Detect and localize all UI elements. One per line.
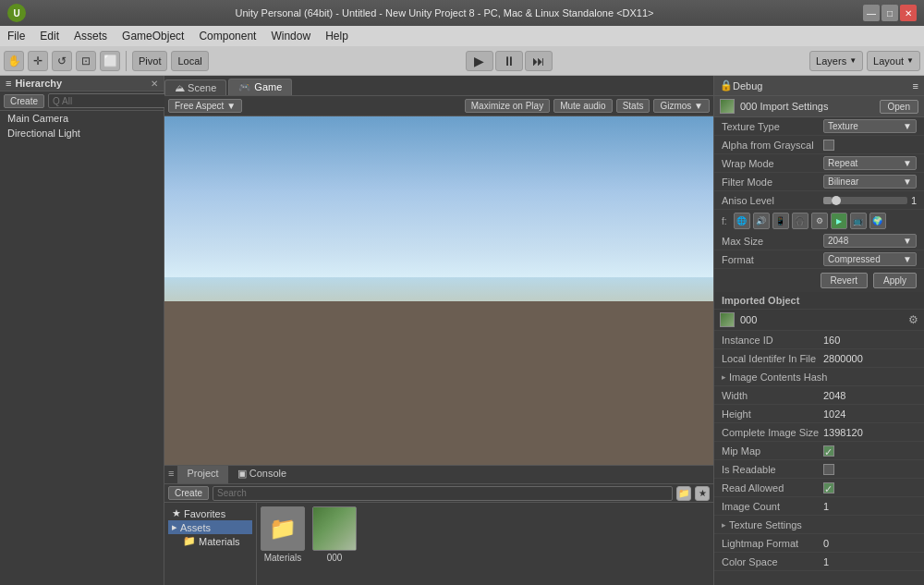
inspector-instance-id-row: Instance ID 160: [714, 331, 924, 349]
inspector-filter-mode-row: Filter Mode Bilinear ▼: [714, 173, 924, 191]
platform-mobile-icon[interactable]: 📱: [772, 213, 789, 229]
menu-assets[interactable]: Assets: [67, 26, 115, 46]
project-create-button[interactable]: Create: [168, 486, 209, 500]
hierarchy-create-button[interactable]: Create: [4, 94, 44, 108]
aspect-dropdown[interactable]: Free Aspect ▼: [168, 99, 242, 113]
hand-tool-button[interactable]: ✋: [4, 51, 24, 71]
imported-object-bar: 000 ⚙: [714, 310, 924, 331]
play-controls: ▶ ⏸ ⏭: [466, 51, 553, 71]
minimize-button[interactable]: —: [863, 5, 880, 21]
folder-icon: ▸: [172, 521, 177, 533]
platform-headset-icon[interactable]: 🎧: [792, 213, 808, 229]
stats-button[interactable]: Stats: [616, 99, 650, 113]
tree-favorites[interactable]: ★ Favorites: [168, 506, 252, 520]
inspector-complete-size-row: Complete Image Size 1398120: [714, 423, 924, 442]
hierarchy-search-input[interactable]: [48, 93, 175, 108]
imported-object-gear-button[interactable]: ⚙: [908, 313, 918, 326]
mute-audio-button[interactable]: Mute audio: [553, 99, 612, 113]
alpha-checkbox[interactable]: [823, 140, 834, 151]
hierarchy-close-icon[interactable]: ✕: [151, 79, 158, 89]
platform-speaker-icon[interactable]: 🔊: [753, 213, 770, 229]
project-sort-button[interactable]: ★: [695, 486, 710, 501]
platform-settings-icon[interactable]: ⚙: [811, 213, 828, 229]
apply-button[interactable]: Apply: [873, 273, 917, 288]
revert-button[interactable]: Revert: [821, 273, 868, 288]
alpha-label: Alpha from Grayscal: [722, 140, 823, 151]
play-button[interactable]: ▶: [466, 51, 493, 71]
tab-console[interactable]: ▣ Console: [228, 466, 296, 483]
menubar: File Edit Assets GameObject Component Wi…: [0, 26, 924, 46]
mip-map-checkbox[interactable]: ✓: [823, 445, 834, 457]
close-button[interactable]: ✕: [900, 5, 917, 21]
menu-component[interactable]: Component: [191, 26, 263, 46]
lightmap-format-label: Lightmap Format: [722, 538, 823, 549]
inspector-image-hash-row[interactable]: ▸ Image Contents Hash: [714, 368, 924, 386]
tree-materials[interactable]: 📁 Materials: [168, 534, 252, 548]
wrap-mode-dropdown[interactable]: Repeat ▼: [823, 156, 917, 170]
tree-assets[interactable]: ▸ Assets: [168, 520, 252, 534]
filter-mode-dropdown[interactable]: Bilinear ▼: [823, 175, 917, 189]
menu-edit[interactable]: Edit: [32, 26, 67, 46]
read-allowed-checkbox[interactable]: ✓: [823, 482, 834, 494]
filter-mode-arrow-icon: ▼: [903, 177, 912, 187]
instance-id-value: 160: [823, 335, 917, 346]
menu-gameobject[interactable]: GameObject: [115, 26, 191, 46]
format-dropdown[interactable]: Compressed ▼: [823, 252, 917, 266]
hierarchy-toolbar: Create: [0, 91, 164, 111]
max-size-dropdown[interactable]: 2048 ▼: [823, 234, 917, 248]
max-size-arrow-icon: ▼: [903, 236, 912, 246]
platform-tv-icon[interactable]: 📺: [850, 213, 867, 229]
platform-globe-icon[interactable]: 🌐: [734, 213, 750, 229]
star-icon: ★: [172, 507, 181, 519]
pivot-button[interactable]: Pivot: [132, 51, 167, 71]
aniso-level-slider[interactable]: [823, 197, 907, 204]
platform-web-icon[interactable]: 🌍: [869, 213, 886, 229]
wrap-mode-arrow-icon: ▼: [903, 158, 912, 168]
local-button[interactable]: Local: [171, 51, 208, 71]
project-search-input[interactable]: [213, 486, 673, 501]
hierarchy-item-light[interactable]: Directional Light: [0, 126, 164, 140]
maximize-on-play-button[interactable]: Maximize on Play: [465, 99, 550, 113]
is-readable-checkbox[interactable]: [823, 464, 834, 475]
tab-game[interactable]: 🎮 Game: [228, 79, 292, 95]
imported-object-thumb: [720, 312, 735, 327]
layout-dropdown[interactable]: Layout ▼: [867, 51, 920, 71]
inspector-open-button[interactable]: Open: [880, 100, 918, 114]
hierarchy-item-camera[interactable]: Main Camera: [0, 111, 164, 126]
materials-asset-label: Materials: [264, 553, 302, 563]
texture-type-dropdown[interactable]: Texture ▼: [823, 119, 917, 133]
scale-tool-button[interactable]: ⊡: [76, 51, 96, 71]
inspector-texture-settings-row[interactable]: ▸ Texture Settings: [714, 516, 924, 534]
tab-project[interactable]: Project: [177, 466, 227, 483]
asset-materials-folder[interactable]: 📁 Materials: [261, 506, 305, 563]
height-label: Height: [722, 408, 823, 420]
rect-tool-button[interactable]: ⬜: [100, 51, 120, 71]
rotate-tool-button[interactable]: ↺: [52, 51, 72, 71]
move-tool-button[interactable]: ✛: [28, 51, 48, 71]
gizmos-button[interactable]: Gizmos ▼: [653, 99, 710, 113]
maximize-button[interactable]: □: [881, 5, 898, 21]
asset-000-texture[interactable]: 000: [312, 506, 357, 563]
texture-asset-label: 000: [327, 553, 343, 563]
menu-window[interactable]: Window: [263, 26, 318, 46]
step-button[interactable]: ⏭: [525, 51, 553, 71]
console-icon: ▣: [237, 468, 247, 479]
inspector-lock-icon: 🔒: [720, 79, 733, 91]
menu-help[interactable]: Help: [318, 26, 356, 46]
inspector-image-count-row: Image Count 1: [714, 497, 924, 516]
format-label: Format: [722, 254, 823, 265]
platform-android-icon[interactable]: ▶: [831, 213, 847, 229]
inspector-height-row: Height 1024: [714, 405, 924, 423]
game-tab-icon: 🎮: [238, 81, 251, 92]
project-content: Create 📁 ★ ★ Favorites ▸: [164, 484, 713, 585]
project-tree: ★ Favorites ▸ Assets 📁 Materials: [164, 503, 257, 585]
color-space-value: 1: [823, 556, 917, 567]
local-label: Local: [177, 55, 201, 67]
pause-button[interactable]: ⏸: [495, 51, 523, 71]
project-folder-icon-button[interactable]: 📁: [676, 486, 691, 501]
layers-dropdown[interactable]: Layers ▼: [809, 51, 863, 71]
tab-scene[interactable]: ⛰ Scene: [164, 79, 226, 95]
platform-icons-row: f: 🌐 🔊 📱 🎧 ⚙ ▶ 📺 🌍: [714, 210, 924, 232]
menu-file[interactable]: File: [0, 26, 32, 46]
inspector-menu-icon[interactable]: ≡: [913, 80, 918, 91]
